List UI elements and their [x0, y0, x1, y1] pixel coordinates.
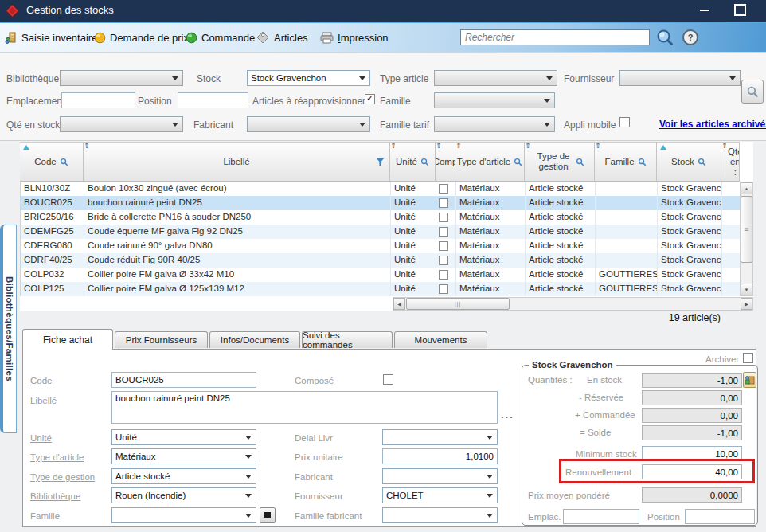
famille-fabricant-dropdown[interactable]	[382, 507, 498, 523]
renouvellement-field[interactable]	[642, 464, 742, 479]
column-search-icon[interactable]	[420, 158, 429, 166]
compose-checkbox[interactable]	[383, 374, 393, 385]
stock-detail-button[interactable]	[743, 372, 756, 388]
horizontal-scroll-thumb[interactable]	[406, 298, 510, 310]
table-row[interactable]: COLP125 Collier poire FM galva Ø 125x139…	[21, 282, 741, 296]
type-gestion-label[interactable]: Type de gestion	[30, 472, 95, 482]
toolbar-item-saisie-inventaire[interactable]: Saisie inventaire	[5, 23, 97, 52]
type-gestion-dropdown[interactable]: Article stocké	[111, 468, 256, 484]
horizontal-scrollbar[interactable]	[393, 297, 753, 311]
column-header-famille[interactable]: Famille	[595, 142, 657, 182]
table-row[interactable]: CDERG080 Coude rainuré 90° galva DN80 Un…	[21, 239, 741, 253]
column-resize-icon[interactable]	[436, 143, 442, 150]
vertical-scroll-thumb[interactable]	[741, 196, 752, 263]
search-icon[interactable]	[656, 29, 674, 49]
compose-checkbox[interactable]	[439, 256, 448, 265]
stock-filter-dropdown[interactable]: Stock Gravenchon	[247, 70, 370, 86]
code-label[interactable]: Code	[30, 376, 53, 385]
column-header-type-gestion[interactable]: Type de gestion	[525, 142, 595, 182]
column-resize-icon[interactable]	[595, 143, 601, 150]
bibliotheque-label[interactable]: Bibliothèque	[30, 491, 80, 501]
column-header-compose[interactable]: Comp	[436, 142, 455, 182]
column-search-icon[interactable]	[60, 158, 68, 166]
table-row-selected[interactable]: BOUCR025 bouchon rainuré peint DN25 Unit…	[21, 196, 741, 210]
filter-search-button[interactable]	[741, 80, 764, 104]
fabricant-filter-dropdown[interactable]	[247, 116, 370, 132]
emplac-field[interactable]	[563, 509, 639, 524]
column-search-icon[interactable]	[638, 158, 647, 166]
vertical-scrollbar[interactable]	[740, 182, 753, 296]
filter-funnel-icon[interactable]	[376, 158, 385, 166]
maximize-button[interactable]	[726, 0, 753, 20]
column-header-type-article[interactable]: Type d'article	[455, 142, 525, 182]
scroll-up-icon[interactable]	[741, 182, 752, 194]
column-header-qte[interactable]: Qte en :	[721, 142, 740, 182]
toolbar-item-impression[interactable]: Impression	[320, 23, 389, 52]
scroll-left-icon[interactable]	[393, 298, 405, 310]
column-resize-icon[interactable]	[390, 143, 397, 150]
toolbar-item-articles[interactable]: Articles	[256, 23, 308, 52]
compose-checkbox[interactable]	[439, 213, 448, 222]
tab-infos-documents[interactable]: Infos/Documents	[209, 331, 300, 348]
scroll-down-icon[interactable]	[741, 284, 752, 295]
table-row[interactable]: BRIC250/16 Bride à collerette PN16 à sou…	[21, 210, 741, 225]
fournisseur-filter-dropdown[interactable]	[619, 70, 741, 86]
table-row[interactable]: CDEMFG25 Coude équerre MF galva Fig 92 D…	[21, 225, 741, 239]
help-icon[interactable]	[682, 29, 698, 45]
scroll-right-icon[interactable]	[741, 298, 752, 310]
table-row[interactable]: CDRF40/25 Coude réduit Fig 90R 40/25 Uni…	[21, 253, 741, 268]
type-article-filter-dropdown[interactable]	[434, 70, 557, 86]
type-article-dropdown[interactable]: Matériaux	[111, 448, 256, 464]
bibliotheque-dropdown[interactable]: Rouen (Incendie)	[111, 487, 256, 503]
toolbar-item-commande[interactable]: Commande	[186, 23, 255, 52]
famille-clear-button[interactable]	[260, 507, 276, 523]
type-article-label[interactable]: Type d'article	[30, 452, 84, 462]
reappro-checkbox[interactable]	[365, 94, 375, 104]
compose-checkbox[interactable]	[439, 270, 448, 280]
tab-mouvements[interactable]: Mouvements	[394, 331, 487, 348]
compose-checkbox[interactable]	[439, 227, 448, 237]
emplacement-filter-input[interactable]	[61, 92, 135, 108]
fournisseur-dropdown[interactable]: CHOLET	[382, 487, 498, 503]
famille-dropdown[interactable]	[111, 507, 256, 523]
tab-fiche-achat[interactable]: Fiche achat	[22, 329, 113, 350]
column-search-icon[interactable]	[514, 158, 522, 166]
compose-checkbox[interactable]	[439, 198, 448, 208]
compose-checkbox[interactable]	[439, 184, 448, 194]
toolbar-item-demande-de-prix[interactable]: Demande de prix	[94, 23, 189, 52]
column-header-libelle[interactable]: Libellé	[84, 142, 390, 182]
unite-dropdown[interactable]: Unité	[111, 429, 256, 445]
sidebar-tab-bibliotheques-familles[interactable]: Bibliothèques/Familles	[0, 225, 17, 433]
tab-suivi-commandes[interactable]: Suivi des commandes	[302, 331, 393, 348]
column-search-icon[interactable]	[576, 158, 584, 166]
compose-checkbox[interactable]	[439, 241, 448, 251]
column-header-code[interactable]: Code	[20, 142, 84, 182]
minimize-button[interactable]	[691, 0, 718, 20]
delai-livr-dropdown[interactable]	[382, 429, 498, 445]
position-field[interactable]	[685, 509, 755, 524]
qte-filter-dropdown[interactable]	[60, 116, 183, 132]
fabricant-dropdown[interactable]	[382, 468, 498, 484]
code-field[interactable]	[111, 372, 256, 388]
bibliotheque-filter-dropdown[interactable]	[60, 70, 183, 86]
position-filter-input[interactable]	[178, 92, 248, 108]
column-resize-icon[interactable]	[525, 143, 531, 150]
unite-label[interactable]: Unité	[30, 433, 52, 443]
libelle-field[interactable]: bouchon rainuré peint DN25	[111, 391, 498, 424]
famille-filter-dropdown[interactable]	[434, 92, 555, 108]
prix-unitaire-field[interactable]	[382, 448, 498, 464]
archived-articles-link[interactable]: Voir les articles archivés	[659, 119, 766, 130]
minimum-stock-field[interactable]	[642, 446, 742, 461]
column-resize-icon[interactable]	[84, 143, 90, 150]
column-resize-icon[interactable]	[721, 143, 728, 150]
table-row[interactable]: COLP032 Collier poire FM galva Ø 33x42 M…	[21, 268, 741, 282]
column-header-unite[interactable]: Unité	[390, 142, 436, 182]
column-search-icon[interactable]	[698, 158, 706, 166]
table-row[interactable]: BLN10/30Z Boulon 10x30 zingué (avec écro…	[21, 182, 741, 196]
libelle-label[interactable]: Libellé	[30, 396, 57, 405]
compose-checkbox[interactable]	[439, 284, 448, 294]
column-header-stock[interactable]: Stock	[657, 142, 721, 182]
search-input[interactable]	[460, 29, 650, 45]
appli-mobile-checkbox[interactable]	[619, 117, 630, 127]
archiver-checkbox[interactable]	[743, 353, 753, 363]
